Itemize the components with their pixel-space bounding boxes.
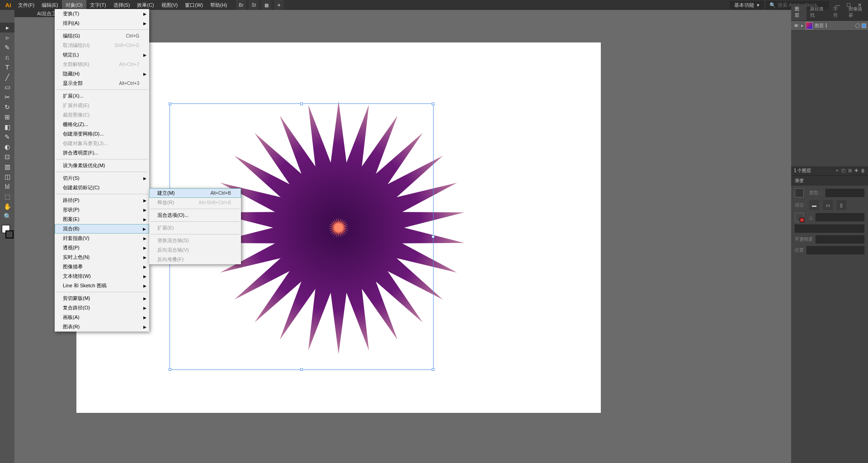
stroke-opt2-icon[interactable]: ▭ [823, 200, 833, 210]
bridge-icon[interactable]: Br [236, 0, 246, 10]
menu-item-排列a[interactable]: 排列(A)▶ [55, 19, 149, 28]
menu-item-编组g[interactable]: 编组(G)Ctrl+G [55, 31, 149, 41]
menu-item-混合b[interactable]: 混合(B)▶ [55, 224, 149, 234]
tool-8[interactable]: ↻ [0, 102, 14, 112]
menu-item-扩展x[interactable]: 扩展(X)... [55, 91, 149, 101]
delete-layer-icon[interactable]: 🗑 [861, 168, 865, 173]
selection-handle-e[interactable] [432, 235, 434, 238]
panel-tab-0[interactable]: 图层 [791, 4, 807, 20]
panel-tab-3[interactable]: 图像描摹 [845, 4, 868, 20]
menu-窗口w[interactable]: 窗口(W) [181, 0, 207, 10]
menu-item-复合路径o[interactable]: 复合路径(O)▶ [55, 303, 149, 313]
tool-19[interactable]: 🔍 [0, 211, 14, 221]
new-layer-icon[interactable]: ✚ [854, 168, 858, 173]
menu-item-拼合透明度f[interactable]: 拼合透明度(F)... [55, 148, 149, 158]
layer-row[interactable]: 👁 ▸ 图层 1 [791, 21, 868, 31]
menu-item-栅格化z[interactable]: 栅格化(Z)... [55, 120, 149, 129]
gradient-type-select[interactable] [826, 189, 864, 197]
stock-icon[interactable]: St [249, 0, 259, 10]
menu-item-创建渐变网格d[interactable]: 创建渐变网格(D)... [55, 129, 149, 139]
menu-item-剪切蒙版m[interactable]: 剪切蒙版(M)▶ [55, 294, 149, 303]
tool-11[interactable]: ✎ [0, 132, 14, 142]
menu-编辑e[interactable]: 编辑(E) [38, 0, 62, 10]
gradient-ramp[interactable] [795, 224, 864, 233]
tool-7[interactable]: ✂ [0, 92, 14, 102]
menu-item-混合选项o[interactable]: 混合选项(O)... [149, 210, 241, 220]
menu-选择s[interactable]: 选择(S) [110, 0, 134, 10]
tool-10[interactable]: ◧ [0, 122, 14, 132]
tool-3[interactable]: ⎌ [0, 52, 14, 62]
menu-item-画板a[interactable]: 画板(A)▶ [55, 313, 149, 322]
menu-item-图像描摹[interactable]: 图像描摹▶ [55, 262, 149, 271]
menu-item-label: 设为像素级优化(M) [63, 162, 105, 169]
menu-item-显示全部[interactable]: 显示全部Alt+Ctrl+3 [55, 79, 149, 88]
tool-0[interactable]: ▸ [0, 23, 14, 33]
panel-tab-1[interactable]: 路径查找 [807, 4, 830, 20]
expand-icon[interactable]: ▸ [801, 23, 804, 28]
stroke-swatch[interactable] [5, 230, 14, 239]
new-sublayer-icon[interactable]: ⊞ [848, 168, 852, 173]
menu-item-切片s[interactable]: 切片(S)▶ [55, 173, 149, 183]
tool-6[interactable]: ▭ [0, 82, 14, 92]
tool-14[interactable]: ▥ [0, 162, 14, 172]
workspace-switcher[interactable]: 基本功能 ▾ [730, 1, 764, 9]
menu-文字t[interactable]: 文字(T) [86, 0, 110, 10]
tool-16[interactable]: lıl [0, 182, 14, 192]
tool-13[interactable]: ⊡ [0, 152, 14, 162]
selection-handle-nw[interactable] [169, 103, 171, 105]
menu-item-设为像素级优化m[interactable]: 设为像素级优化(M) [55, 161, 149, 170]
selection-handle-sw[interactable] [169, 368, 171, 371]
tool-9[interactable]: ⊞ [0, 112, 14, 122]
menu-item-透视p[interactable]: 透视(P)▶ [55, 243, 149, 253]
layer-name[interactable]: 图层 1 [815, 23, 854, 29]
selection-handle-s[interactable] [300, 368, 303, 371]
tool-12[interactable]: ◐ [0, 142, 14, 152]
visibility-icon[interactable]: 👁 [793, 23, 799, 28]
menu-item-line 和 sketch 图稿[interactable]: Line 和 Sketch 图稿▶ [55, 281, 149, 290]
menu-item-路径p[interactable]: 路径(P)▶ [55, 196, 149, 205]
gradient-panel-header[interactable]: 渐变 [791, 176, 868, 186]
menu-item-实时上色n[interactable]: 实时上色(N)▶ [55, 253, 149, 262]
menu-item-创建裁切标记c[interactable]: 创建裁切标记(C) [55, 183, 149, 192]
make-clip-icon[interactable]: ◰ [841, 168, 845, 173]
arrange-icon[interactable]: ▦ [261, 0, 271, 10]
menu-item-形状p[interactable]: 形状(P)▶ [55, 205, 149, 215]
menu-item-文本绕排w[interactable]: 文本绕排(W)▶ [55, 271, 149, 281]
menu-item-图表r[interactable]: 图表(R)▶ [55, 322, 149, 332]
position-field[interactable] [807, 246, 864, 254]
menu-文件f[interactable]: 文件(F) [14, 0, 38, 10]
layer-select-indicator[interactable] [862, 23, 866, 28]
menu-视图v[interactable]: 视图(V) [158, 0, 182, 10]
gpu-icon[interactable]: ✈ [274, 0, 284, 10]
gradient-preview-swatch[interactable] [795, 188, 804, 197]
tool-5[interactable]: ╱ [0, 72, 14, 82]
menu-item-变换t[interactable]: 变换(T)▶ [55, 9, 149, 19]
selection-handle-n[interactable] [300, 103, 303, 105]
menu-item-建立m[interactable]: 建立(M)Alt+Ctrl+B [149, 188, 241, 198]
menu-item-图案e[interactable]: 图案(E)▶ [55, 215, 149, 224]
gradient-angle-field[interactable] [816, 213, 864, 221]
menu-效果c[interactable]: 效果(C) [133, 0, 157, 10]
gradient-slider-swatch[interactable] [795, 213, 804, 222]
menu-item-锁定l[interactable]: 锁定(L)▶ [55, 50, 149, 60]
locate-icon[interactable]: ⌖ [836, 168, 839, 173]
opacity-field[interactable] [816, 235, 864, 243]
menu-item-隐藏h[interactable]: 隐藏(H)▶ [55, 69, 149, 79]
menu-对象o[interactable]: 对象(O) [62, 0, 86, 10]
layer-target-icon[interactable] [855, 23, 860, 28]
menu-帮助h[interactable]: 帮助(H) [207, 0, 231, 10]
menu-item-封套扭曲v[interactable]: 封套扭曲(V)▶ [55, 234, 149, 243]
stroke-opt3-icon[interactable]: ▯ [836, 200, 846, 210]
tool-15[interactable]: ◫ [0, 172, 14, 182]
tool-2[interactable]: ✎ [0, 42, 14, 52]
selection-handle-ne[interactable] [432, 103, 434, 105]
stroke-opt1-icon[interactable]: ▬ [809, 200, 819, 210]
submenu-arrow-icon: ▶ [143, 217, 146, 222]
tool-18[interactable]: ✋ [0, 201, 14, 211]
selection-handle-se[interactable] [432, 368, 434, 371]
tool-17[interactable]: ⬚ [0, 192, 14, 201]
panel-tab-2[interactable]: 字符 [830, 4, 845, 20]
tool-4[interactable]: T [0, 62, 14, 72]
fill-stroke-swatch[interactable] [0, 223, 14, 241]
tool-1[interactable]: ▹ [0, 33, 14, 42]
